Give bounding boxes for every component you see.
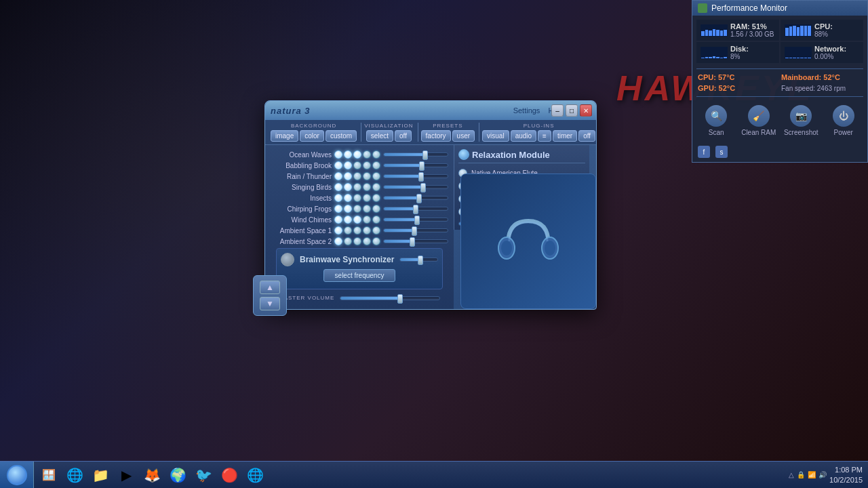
visual-button[interactable]: visual [482,130,509,142]
dot-2[interactable] [344,183,352,191]
dot-5[interactable] [372,237,380,245]
dot-2[interactable] [344,194,352,202]
dot-3[interactable] [353,183,361,191]
dot-1[interactable] [334,172,342,180]
image-button[interactable]: image [271,130,298,142]
dot-4[interactable] [363,150,371,159]
dot-4[interactable] [363,226,371,235]
plugins-buttons: visual audio ≡ timer off [482,130,595,142]
track-slider-ambient-space-1[interactable] [383,228,448,232]
dot-2[interactable] [344,237,352,245]
factory-button[interactable]: factory [421,130,451,142]
start-button[interactable] [0,462,34,489]
track-slider-ocean-waves[interactable] [383,152,448,157]
dot-2[interactable] [344,226,352,235]
dot-4[interactable] [363,183,371,191]
dot-2[interactable] [344,150,352,159]
dot-1[interactable] [334,226,342,235]
dot-5[interactable] [372,194,380,202]
track-label-ambient-space-2: Ambient Space 2 [271,238,332,245]
taskbar-app-explorer[interactable]: 📁 [88,464,113,487]
dot-3[interactable] [353,205,361,213]
track-dots-ambient-space-1 [334,226,380,235]
dot-3[interactable] [353,161,361,169]
minimize-button[interactable]: – [551,104,564,117]
taskbar-app-web[interactable]: 🌐 [243,464,267,487]
timer-button[interactable]: timer [553,130,577,142]
dot-5[interactable] [372,183,380,191]
settings-menu-item[interactable]: Settings [513,106,540,115]
custom-button[interactable]: custom [326,130,357,142]
dot-3[interactable] [353,216,361,224]
select-frequency-button[interactable]: select frequency [323,269,396,282]
dot-4[interactable] [363,205,371,213]
screenshot-button[interactable]: 📷 Screenshot [781,102,821,139]
master-volume-slider[interactable] [340,296,440,300]
color-button[interactable]: color [300,130,324,142]
dot-5[interactable] [372,205,380,213]
dot-2[interactable] [344,161,352,169]
list-button[interactable]: ≡ [538,130,551,142]
dot-2[interactable] [344,205,352,213]
dot-1[interactable] [334,183,342,191]
dot-5[interactable] [372,172,380,180]
dot-4[interactable] [363,237,371,245]
taskbar-apps: 🪟 🌐 📁 ▶ 🦊 🌍 🐦 🔴 🌐 [34,464,783,487]
clean-ram-button[interactable]: 🧹 Clean RAM [739,102,779,139]
brainwave-power-btn[interactable] [281,253,294,266]
power-button[interactable]: ⏻ Power [824,102,864,139]
nav-down-button[interactable]: ▼ [260,297,280,310]
dot-1[interactable] [334,216,342,224]
user-button[interactable]: user [452,130,475,142]
taskbar-app-chrome[interactable]: 🌍 [165,464,190,487]
dot-4[interactable] [363,161,371,169]
dot-4[interactable] [363,216,371,224]
dot-5[interactable] [372,161,380,169]
headphones-graphic [494,207,562,275]
taskbar-app-media[interactable]: ▶ [114,464,138,487]
close-button[interactable]: ✕ [580,104,592,117]
dot-4[interactable] [363,172,371,180]
dot-3[interactable] [353,226,361,235]
window-controls: – □ ✕ [551,104,592,117]
track-slider-babbling-brook[interactable] [383,163,448,167]
off-button-2[interactable]: off [578,130,595,142]
dot-5[interactable] [372,226,380,235]
track-slider-singing-birds[interactable] [383,185,448,189]
dot-3[interactable] [353,172,361,180]
taskbar-app-windows[interactable]: 🪟 [37,464,61,487]
scan-button[interactable]: 🔍 Scan [696,102,736,139]
track-slider-insects[interactable] [383,196,448,200]
taskbar-app-red[interactable]: 🔴 [217,464,241,487]
dot-2[interactable] [344,216,352,224]
dot-3[interactable] [353,237,361,245]
facebook-icon[interactable]: f [698,146,710,158]
brainwave-slider[interactable] [399,258,438,262]
dot-1[interactable] [334,194,342,202]
dot-3[interactable] [353,194,361,202]
track-slider-ambient-space-2[interactable] [383,239,448,243]
taskbar-app-firefox[interactable]: 🦊 [140,464,164,487]
track-slider-wind-chimes[interactable] [383,218,448,222]
taskbar-app-twitter[interactable]: 🐦 [191,464,216,487]
dot-3[interactable] [353,150,361,159]
track-slider-chirping-frogs[interactable] [383,207,448,211]
taskbar-app-ie[interactable]: 🌐 [62,464,87,487]
dot-1[interactable] [334,205,342,213]
steam-icon[interactable]: s [715,146,728,158]
dot-1[interactable] [334,237,342,245]
dot-5[interactable] [372,216,380,224]
track-slider-rain-thunder[interactable] [383,174,448,178]
dot-1[interactable] [334,161,342,169]
dot-1[interactable] [334,150,342,159]
maximize-button[interactable]: □ [566,104,578,117]
dot-5[interactable] [372,150,380,159]
select-button[interactable]: select [366,130,393,142]
dot-2[interactable] [344,172,352,180]
screenshot-icon: 📷 [790,105,812,127]
off-button-1[interactable]: off [395,130,412,142]
nav-up-button[interactable]: ▲ [260,281,280,294]
toolbar: BACKGROUND image color custom VISUALIZAT… [265,120,596,145]
audio-button[interactable]: audio [511,130,536,142]
dot-4[interactable] [363,194,371,202]
